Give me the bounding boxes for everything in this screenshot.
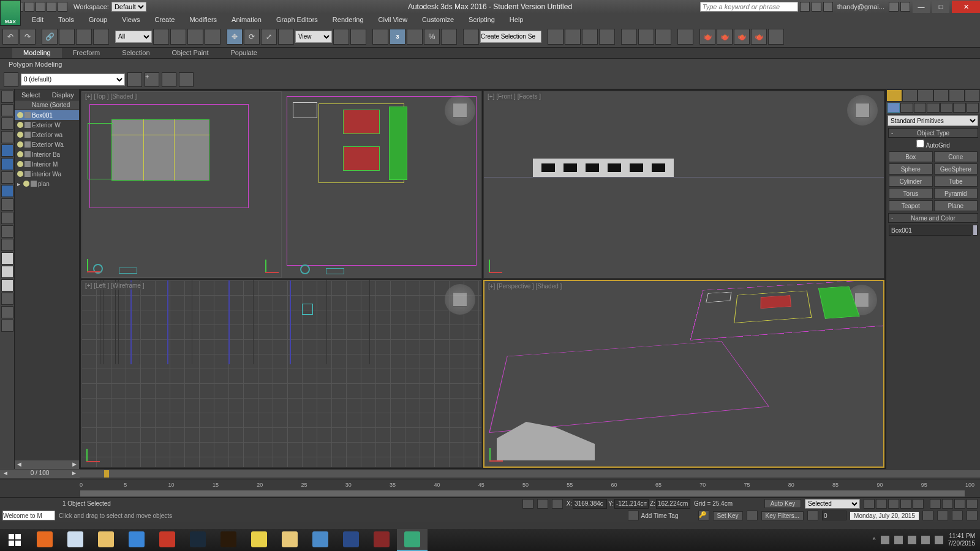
align-button[interactable] [565,29,581,45]
setkey-button[interactable]: Set Key [713,511,743,520]
signin-icon[interactable] [812,2,821,12]
primitive-plane-button[interactable]: Plane [934,200,978,211]
x-coord-input[interactable] [573,499,607,509]
taskbar-app-firefox[interactable] [29,529,60,551]
menu-help[interactable]: Help [502,15,531,24]
utilities-tab[interactable] [965,89,981,102]
menu-customize[interactable]: Customize [415,15,461,24]
left-tool-9[interactable] [1,198,13,211]
move-button[interactable]: ✥ [227,29,243,45]
user-label[interactable]: thandy@gmai... [837,3,884,10]
ribbon-tab-populate[interactable]: Populate [219,48,268,58]
hierarchy-tab[interactable] [918,89,933,102]
taskbar-app-calculator[interactable] [60,529,91,551]
primitive-teapot-button[interactable]: Teapot [889,200,933,211]
primitive-cone-button[interactable]: Cone [934,151,978,162]
tray-icon-1[interactable] [881,536,889,544]
ribbon-tab-object-paint[interactable]: Object Paint [161,48,220,58]
exchange-icon[interactable] [889,2,899,12]
scene-item[interactable]: interior Wa [15,169,79,179]
scene-item[interactable]: ▸plan [15,179,79,189]
undo-button[interactable]: ↶ [2,29,18,45]
scenex-tab-select[interactable]: Select [15,89,47,100]
left-tool-14[interactable] [1,266,13,278]
menu-edit[interactable]: Edit [24,15,51,24]
pivot-button[interactable] [333,29,349,45]
key-target-dropdown[interactable]: Selected [805,499,860,509]
object-name-input[interactable] [889,225,971,236]
primitive-tube-button[interactable]: Tube [934,176,978,187]
help-icon[interactable] [900,2,910,12]
left-tool-2[interactable] [1,104,13,116]
menu-animation[interactable]: Animation [224,15,269,24]
viewport-top-label[interactable]: [+] [Top ] [Shaded ] [84,92,138,100]
primitive-pyramid-button[interactable]: Pyramid [934,188,978,199]
window-crossing-button[interactable] [205,29,221,45]
scene-item[interactable]: Exterior Wa [15,140,79,149]
motion-tab[interactable] [933,89,949,102]
scene-item[interactable]: Interior M [15,159,79,169]
material-editor-button[interactable] [677,29,693,45]
current-frame-input[interactable] [822,511,846,520]
systems-category[interactable] [967,103,979,113]
color-swatch[interactable] [973,225,978,236]
layer-select-button[interactable] [162,72,176,87]
maxscript-listener[interactable] [2,511,55,520]
qat-save-icon[interactable] [24,2,34,12]
nav-orbit-button[interactable] [937,511,948,520]
left-tool-12[interactable] [1,239,13,251]
taskbar-app-photoshop[interactable] [183,529,213,551]
render-iterative-button[interactable]: 🫖 [751,29,767,45]
add-time-tag[interactable]: Add Time Tag [641,512,679,519]
taskbar-app-3dsmax[interactable] [397,529,428,551]
placement-button[interactable] [278,29,294,45]
lights-category[interactable] [914,103,926,113]
left-tool-11[interactable] [1,225,13,238]
time-ruler[interactable]: 0510152025303540455055606570758085909510… [0,479,980,497]
manipulate-button[interactable] [350,29,366,45]
nav-zoomall-button[interactable] [942,499,953,509]
play-button[interactable] [888,499,899,509]
primitive-geosphere-button[interactable]: GeoSphere [934,163,978,174]
selection-filter-dropdown[interactable]: All [115,31,152,43]
start-button[interactable] [0,529,29,551]
left-tool-15[interactable] [1,279,13,291]
left-tool-5[interactable] [1,144,13,157]
layers-button[interactable] [582,29,598,45]
autokey-button[interactable]: Auto Key [764,499,801,508]
search-icon[interactable] [800,2,810,12]
taskbar-app-explorer[interactable] [274,529,305,551]
menu-create[interactable]: Create [147,15,182,24]
rotate-button[interactable]: ⟳ [244,29,260,45]
coord-system-dropdown[interactable]: View [295,31,332,43]
layer-dropdown[interactable]: 0 (default) [21,73,125,86]
nav-fov-button[interactable] [967,499,978,509]
left-tool-6[interactable] [1,158,13,170]
left-tool-7[interactable] [1,171,13,184]
z-coord-input[interactable] [656,499,690,509]
link-button[interactable]: 🔗 [42,29,58,45]
taskbar-app-revit[interactable] [336,529,366,551]
schematic-view-button[interactable] [655,29,671,45]
select-region-button[interactable] [187,29,203,45]
name-color-rollout[interactable]: Name and Color [888,213,978,223]
render-setup-button[interactable]: 🫖 [699,29,715,45]
nav-zoomext-button[interactable] [954,499,965,509]
taskbar-clock[interactable]: 11:41 PM7/20/2015 [948,533,976,547]
primitive-cylinder-button[interactable]: Cylinder [889,176,933,187]
helpers-category[interactable] [940,103,952,113]
redo-button[interactable]: ↷ [20,29,36,45]
viewcube-icon[interactable] [847,95,878,126]
mirror-button[interactable] [548,29,564,45]
unlink-button[interactable] [59,29,75,45]
display-tab[interactable] [949,89,965,102]
menu-tools[interactable]: Tools [51,15,81,24]
taskbar-app-ie[interactable] [121,529,152,551]
key-icon[interactable]: 🔑 [698,511,709,520]
viewport-left-label[interactable]: [+] [Left ] [Wireframe ] [84,282,145,290]
qat-undo-icon[interactable] [36,2,45,12]
range-slider[interactable] [80,490,965,497]
left-tool-17[interactable] [1,306,13,318]
nav-pan-button[interactable] [922,511,933,520]
layer-new-button[interactable] [127,72,142,87]
